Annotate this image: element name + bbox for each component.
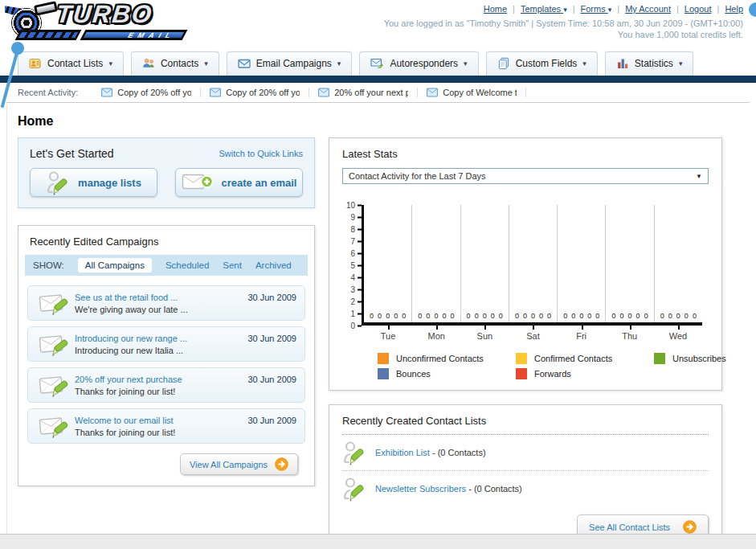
campaign-row[interactable]: 20% off your next purchaseThanks for joi…: [27, 367, 305, 403]
campaign-row[interactable]: Welcome to our email listThanks for join…: [27, 408, 305, 444]
autoresponders-icon: [370, 57, 384, 70]
chart-value-label: 0: [378, 312, 382, 320]
y-axis-tickmark: [358, 216, 362, 218]
envelope-pencil-icon: [36, 413, 75, 439]
campaign-date: 30 Jun 2009: [247, 293, 296, 302]
view-all-campaigns-button[interactable]: View All Campaigns: [180, 453, 298, 475]
logo-stripes: [15, 30, 82, 40]
tab-custom-fields[interactable]: Custom Fields▾: [486, 51, 598, 76]
campaign-row[interactable]: Introducing our new range ...Introducing…: [27, 326, 305, 362]
credits-info: You have 1,000 total credits left.: [384, 30, 743, 39]
contact-list-link[interactable]: Exhibition List: [375, 448, 430, 457]
tab-statistics[interactable]: Statistics▾: [605, 51, 694, 76]
chart-value-label: 0: [595, 312, 599, 320]
turbo-email-logo[interactable]: TURBO EMAIL: [5, 2, 199, 46]
statistics-icon: [616, 57, 629, 70]
chart-value-label: 0: [579, 312, 583, 320]
activity-item-label: Copy of 20% off yo: [117, 88, 191, 97]
filter-all-campaigns[interactable]: All Campaigns: [78, 258, 152, 272]
campaign-date: 30 Jun 2009: [247, 416, 296, 425]
chevron-down-icon: ▾: [582, 59, 586, 68]
person-pencil-icon: [46, 170, 70, 195]
y-axis-tickmark: [358, 240, 362, 242]
chart-value-labels: 00000: [559, 312, 603, 320]
header: TURBO EMAIL Home|Templates ▾|Forms ▾|My …: [0, 0, 756, 49]
contact-list-item[interactable]: Exhibition List - (0 Contacts): [342, 435, 709, 471]
legend-swatch: [516, 368, 527, 379]
campaign-row[interactable]: See us at the retail food ...We're givin…: [27, 285, 305, 321]
recent-activity-item[interactable]: 20% off your next p: [309, 88, 418, 97]
filter-archived[interactable]: Archived: [255, 260, 292, 270]
header-link-templates[interactable]: Templates ▾: [521, 4, 567, 14]
contact-list-items: Exhibition List - (0 Contacts)Newsletter…: [342, 435, 709, 506]
recent-activity-item[interactable]: Copy of 20% off yo: [201, 88, 309, 97]
chart-value-label: 0: [418, 312, 422, 320]
filter-scheduled[interactable]: Scheduled: [166, 260, 209, 270]
recent-activity-item[interactable]: Copy of Welcome to: [418, 88, 526, 97]
logo-word-email: EMAIL: [80, 30, 188, 40]
campaign-title-link[interactable]: See us at the retail food ...: [75, 293, 247, 302]
x-axis-label: Mon: [412, 326, 460, 341]
switch-to-quick-links-link[interactable]: Switch to Quick Links: [219, 149, 303, 158]
select-dropdown-arrow-icon: ▼: [696, 173, 702, 180]
legend-label: Forwards: [534, 369, 571, 379]
button-label: create an email: [222, 177, 297, 189]
chart-legend: Unconfirmed ContactsConfirmed ContactsUn…: [378, 353, 709, 379]
create-an-email-button[interactable]: create an email: [175, 168, 303, 197]
tab-contacts[interactable]: Contacts▾: [131, 51, 219, 76]
campaign-title-link[interactable]: Introducing our new range ...: [75, 334, 247, 343]
campaigns-show-bar: SHOW: All CampaignsScheduledSentArchived: [25, 255, 308, 276]
y-axis-tick-label: 2: [350, 297, 362, 306]
header-link-help[interactable]: Help: [725, 4, 743, 14]
campaign-rows: See us at the retail food ...We're givin…: [25, 285, 308, 444]
envelope-pencil-icon: [36, 290, 75, 316]
legend-label: Unsubscribes: [672, 354, 726, 363]
header-link-forms[interactable]: Forms ▾: [581, 4, 612, 14]
manage-lists-button[interactable]: manage lists: [30, 168, 157, 197]
tab-autoresponders[interactable]: Autoresponders▾: [359, 51, 478, 76]
contacts-icon: [142, 57, 155, 70]
turbo-pipe-icon: [34, 1, 58, 16]
recently-created-contact-lists-panel: Recently Created Contact Lists Exhibitio…: [329, 404, 722, 549]
legend-item: Forwards: [516, 368, 654, 379]
chart-plot-area: 00000000000000000000000000000000000: [362, 205, 702, 326]
mail-icon: [318, 88, 329, 97]
contact-lists-panel-title: Recently Created Contact Lists: [342, 415, 709, 427]
latest-stats-panel: Latest Stats Contact Activity for the La…: [329, 137, 722, 391]
chart-value-label: 0: [386, 312, 390, 320]
envelope-plus-icon: [182, 171, 214, 194]
tab-contact-lists[interactable]: Contact Lists▾: [18, 51, 124, 76]
chevron-down-icon: ▾: [679, 59, 683, 68]
chart-value-label: 0: [475, 312, 479, 320]
legend-label: Confirmed Contacts: [534, 354, 612, 363]
campaign-title-link[interactable]: Welcome to our email list: [75, 416, 247, 425]
contact-list-link[interactable]: Newsletter Subscribers: [375, 484, 466, 494]
legend-label: Unconfirmed Contacts: [396, 354, 484, 363]
header-link-my-account[interactable]: My Account: [625, 4, 671, 14]
tab-label: Statistics: [635, 58, 673, 69]
nav-separator: |: [573, 4, 575, 14]
chart-value-labels: 00000: [414, 312, 458, 320]
chart-value-label: 0: [491, 312, 495, 320]
recent-activity-item[interactable]: Copy of 20% off yo: [92, 88, 201, 97]
activity-item-label: Copy of Welcome to: [443, 88, 517, 97]
header-link-home[interactable]: Home: [484, 4, 507, 14]
campaign-date: 30 Jun 2009: [247, 375, 296, 384]
recent-activity-label: Recent Activity:: [18, 88, 78, 97]
campaign-title-link[interactable]: 20% off your next purchase: [75, 375, 247, 384]
y-axis-tickmark: [358, 204, 362, 206]
y-axis-tickmark: [358, 313, 362, 314]
person-pencil-icon: [342, 476, 366, 502]
navy-divider-bar: [0, 76, 756, 83]
contact-list-item[interactable]: Newsletter Subscribers - (0 Contacts): [342, 471, 709, 506]
y-axis-tickmark: [358, 289, 362, 290]
nav-separator: |: [617, 4, 619, 14]
nav-separator: |: [676, 4, 679, 14]
chart-value-labels: 00000: [607, 312, 652, 320]
stats-range-select[interactable]: Contact Activity for the Last 7 Days ▼: [342, 168, 709, 184]
chart-value-label: 0: [644, 312, 648, 320]
tab-email-campaigns[interactable]: Email Campaigns▾: [227, 51, 353, 76]
get-started-buttons: manage listscreate an email: [30, 168, 303, 197]
filter-sent[interactable]: Sent: [223, 260, 242, 270]
header-link-logout[interactable]: Logout: [684, 4, 712, 14]
